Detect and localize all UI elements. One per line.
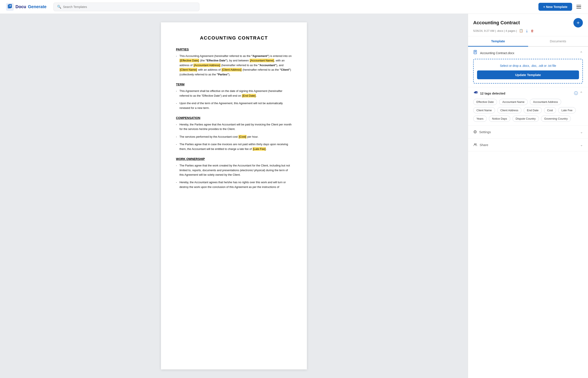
copy-icon[interactable]: 📋	[519, 29, 523, 33]
svg-point-11	[474, 143, 475, 145]
bullet-work-1: - The Parties agree that the work create…	[176, 163, 292, 177]
tag-pill[interactable]: Years	[473, 116, 487, 122]
bullet-term-2: - Upon the end of the term of the Agreem…	[176, 101, 292, 110]
bullet-parties-1: - This Accounting Agreement (hereinafter…	[176, 54, 292, 77]
section-compensation-heading: COMPENSATION	[176, 116, 292, 120]
settings-icon: ⚙	[473, 129, 477, 135]
tag-cost: [Cost]	[238, 135, 247, 138]
bullet-work-1-text: The Parties agree that the work created …	[179, 163, 292, 177]
bullet-term-1-text: This Agreement shall be effective on the…	[179, 89, 292, 98]
svg-rect-9	[474, 52, 475, 53]
search-icon: 🔍	[57, 5, 61, 9]
panel-plus-button[interactable]: +	[573, 18, 583, 27]
tab-template[interactable]: Template	[468, 36, 528, 47]
file-collapse-button[interactable]: ⌃	[580, 51, 583, 55]
share-icon	[473, 142, 477, 147]
tag-pill[interactable]: Effective Date	[473, 99, 497, 105]
header: DocuGenerate 🔍 + New Template	[0, 0, 588, 14]
hamburger-line-1	[576, 5, 581, 6]
bullet-dash: -	[176, 135, 177, 139]
file-section: Accounting Contract.docx ⌃ Select or dro…	[468, 47, 588, 87]
file-name-row: Accounting Contract.docx	[473, 50, 514, 56]
tags-header-left: 12 tags detected	[473, 91, 505, 96]
tag-pill[interactable]: Late Fee	[558, 107, 575, 113]
share-chevron-icon: ⌄	[580, 143, 583, 147]
logo-doc-text: Docu	[15, 4, 26, 9]
tag-accountant-address: [Accountant Address]	[193, 63, 221, 67]
tag-pill[interactable]: Client Name	[473, 107, 495, 113]
bullet-dash: -	[176, 142, 177, 151]
tag-effective-date: [Effective Date]	[179, 59, 199, 62]
svg-point-12	[475, 143, 477, 145]
bullet-term-1: - This Agreement shall be effective on t…	[176, 89, 292, 98]
share-label: Share	[480, 143, 488, 147]
header-right: + New Template	[538, 3, 582, 11]
bullet-dash: -	[176, 89, 177, 98]
right-panel: Accounting Contract + 5/26/24, 9:27 AM |…	[468, 14, 588, 378]
bullet-work-2: - Hereby, the Accountant agrees that he/…	[176, 180, 292, 189]
tab-documents[interactable]: Documents	[528, 36, 588, 47]
document-preview: ACCOUNTING CONTRACT PARTIES - This Accou…	[0, 14, 468, 378]
svg-rect-6	[474, 50, 477, 54]
bullet-dash: -	[176, 54, 177, 77]
share-section: Share ⌄	[468, 138, 588, 151]
bullet-comp-3-text: The Parties agree that in case the invoi…	[179, 142, 292, 151]
search-bar[interactable]: 🔍	[53, 2, 199, 11]
tag-late-fee: [Late Fee]	[253, 147, 266, 151]
bullet-term-2-text: Upon the end of the term of the Agreemen…	[179, 101, 292, 110]
panel-title: Accounting Contract	[473, 20, 520, 26]
settings-header[interactable]: ⚙ Settings ⌄	[473, 129, 583, 135]
update-template-button[interactable]: Update Template	[477, 70, 579, 79]
panel-meta-text: 5/26/24, 9:27 AM | .docx | 4 pages |	[473, 29, 517, 32]
bullet-dash: -	[176, 122, 177, 132]
tag-pill[interactable]: Client Address	[497, 107, 522, 113]
logo: DocuGenerate	[6, 3, 47, 11]
settings-section: ⚙ Settings ⌄	[468, 125, 588, 138]
tag-pill[interactable]: End Date	[524, 107, 542, 113]
settings-label: Settings	[479, 130, 491, 134]
tags-collapse-button[interactable]: ⌃	[580, 91, 583, 95]
tag-pill[interactable]: Dispute Country	[512, 116, 539, 122]
section-parties-heading: PARTIES	[176, 48, 292, 51]
info-icon[interactable]: ⓘ	[574, 91, 578, 96]
delete-icon[interactable]: 🗑	[531, 29, 534, 33]
bullet-comp-1: - Hereby, the Parties agree that the Acc…	[176, 122, 292, 132]
bullet-dash: -	[176, 180, 177, 189]
drop-zone-text: Select or drop a .docx, .doc, .odt or .t…	[477, 64, 579, 68]
section-parties: PARTIES - This Accounting Agreement (her…	[176, 48, 292, 77]
download-icon[interactable]: ⭳	[525, 29, 529, 33]
panel-title-row: Accounting Contract +	[473, 18, 583, 27]
tag-pill[interactable]: Cost	[544, 107, 556, 113]
tag-client-address: [Client Address]	[221, 68, 242, 71]
panel-header: Accounting Contract + 5/26/24, 9:27 AM |…	[468, 14, 588, 36]
search-input[interactable]	[63, 5, 196, 9]
bullet-comp-2-text: The services performed by the Accountant…	[179, 135, 258, 139]
svg-point-10	[476, 92, 477, 93]
tag-end-date: [End Date]	[242, 94, 256, 97]
settings-chevron-icon: ⌄	[580, 130, 583, 134]
section-work-ownership: WORK OWNERSHIP - The Parties agree that …	[176, 157, 292, 189]
tag-pill[interactable]: Accountant Name	[499, 99, 528, 105]
bullet-dash: -	[176, 163, 177, 177]
new-template-button[interactable]: + New Template	[538, 3, 572, 11]
share-header[interactable]: Share ⌄	[473, 142, 583, 147]
file-row: Accounting Contract.docx ⌃	[473, 50, 583, 56]
tag-client-name: [Client Name]	[179, 68, 197, 71]
file-name-text: Accounting Contract.docx	[480, 51, 514, 55]
logo-gen-text: Generate	[28, 4, 47, 9]
hamburger-button[interactable]	[575, 4, 582, 10]
bullet-comp-1-text: Hereby, the Parties agree that the Accou…	[179, 122, 292, 132]
panel-meta: 5/26/24, 9:27 AM | .docx | 4 pages | 📋 ⭳…	[473, 29, 583, 33]
tag-icon	[473, 91, 478, 96]
section-work-ownership-heading: WORK OWNERSHIP	[176, 157, 292, 161]
bullet-work-2-text: Hereby, the Accountant agrees that he/sh…	[179, 180, 292, 189]
tag-pill[interactable]: Accountant Address	[530, 99, 561, 105]
tags-header-row: 12 tags detected ⓘ ⌃	[473, 91, 583, 96]
document-title: ACCOUNTING CONTRACT	[176, 35, 292, 41]
tag-pill[interactable]: Notice Days	[489, 116, 510, 122]
main-layout: ACCOUNTING CONTRACT PARTIES - This Accou…	[0, 14, 588, 378]
tag-pill[interactable]: Governing Country	[541, 116, 571, 122]
settings-left: ⚙ Settings	[473, 129, 491, 135]
panel-tabs: Template Documents	[468, 36, 588, 47]
drop-zone[interactable]: Select or drop a .docx, .doc, .odt or .t…	[473, 59, 583, 83]
